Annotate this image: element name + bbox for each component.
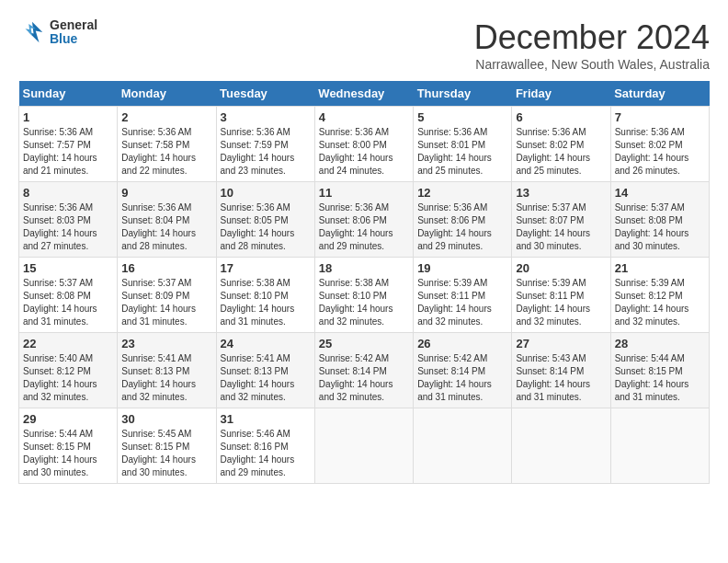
day-number: 30 (121, 412, 211, 426)
table-row: 27 Sunrise: 5:43 AM Sunset: 8:14 PM Dayl… (512, 333, 610, 408)
day-number: 1 (23, 110, 113, 124)
table-row: 16 Sunrise: 5:37 AM Sunset: 8:09 PM Dayl… (118, 258, 216, 333)
header-thursday: Thursday (414, 81, 512, 107)
day-info: Sunrise: 5:40 AM Sunset: 8:12 PM Dayligh… (23, 352, 113, 404)
day-info: Sunrise: 5:46 AM Sunset: 8:16 PM Dayligh… (221, 428, 311, 479)
day-number: 12 (417, 186, 507, 200)
day-info: Sunrise: 5:36 AM Sunset: 7:59 PM Dayligh… (221, 126, 311, 178)
calendar-week-row: 15 Sunrise: 5:37 AM Sunset: 8:08 PM Dayl… (19, 258, 710, 333)
day-number: 3 (221, 110, 311, 124)
calendar-week-row: 8 Sunrise: 5:36 AM Sunset: 8:03 PM Dayli… (19, 182, 710, 258)
day-info: Sunrise: 5:36 AM Sunset: 7:57 PM Dayligh… (23, 126, 113, 178)
day-number: 15 (23, 261, 113, 275)
day-info: Sunrise: 5:37 AM Sunset: 8:07 PM Dayligh… (516, 201, 606, 253)
day-number: 7 (615, 110, 705, 124)
table-row: 12 Sunrise: 5:36 AM Sunset: 8:06 PM Dayl… (414, 182, 512, 258)
day-info: Sunrise: 5:37 AM Sunset: 8:08 PM Dayligh… (615, 201, 705, 253)
table-row: 10 Sunrise: 5:36 AM Sunset: 8:05 PM Dayl… (216, 182, 314, 258)
day-info: Sunrise: 5:39 AM Sunset: 8:12 PM Dayligh… (615, 277, 705, 328)
table-row: 30 Sunrise: 5:45 AM Sunset: 8:15 PM Dayl… (118, 408, 216, 484)
day-number: 26 (417, 337, 507, 350)
day-info: Sunrise: 5:36 AM Sunset: 8:05 PM Dayligh… (221, 201, 311, 253)
title-section: December 2024 Narrawallee, New South Wal… (474, 18, 710, 72)
logo-text-line2: Blue (50, 32, 97, 46)
calendar-week-row: 29 Sunrise: 5:44 AM Sunset: 8:15 PM Dayl… (19, 408, 710, 484)
day-number: 6 (516, 110, 606, 124)
table-row: 19 Sunrise: 5:39 AM Sunset: 8:11 PM Dayl… (414, 258, 512, 333)
table-row: 23 Sunrise: 5:41 AM Sunset: 8:13 PM Dayl… (118, 333, 216, 408)
day-number: 25 (319, 337, 409, 350)
calendar: Sunday Monday Tuesday Wednesday Thursday… (18, 81, 710, 484)
logo-text-line1: General (50, 18, 97, 32)
day-number: 20 (516, 261, 606, 275)
day-info: Sunrise: 5:36 AM Sunset: 7:58 PM Dayligh… (121, 126, 211, 178)
day-number: 9 (121, 186, 211, 200)
day-info: Sunrise: 5:36 AM Sunset: 8:03 PM Dayligh… (23, 201, 113, 253)
header-tuesday: Tuesday (216, 81, 314, 107)
header-monday: Monday (118, 81, 216, 107)
day-info: Sunrise: 5:39 AM Sunset: 8:11 PM Dayligh… (516, 277, 606, 328)
day-info: Sunrise: 5:36 AM Sunset: 8:02 PM Dayligh… (516, 126, 606, 178)
day-info: Sunrise: 5:38 AM Sunset: 8:10 PM Dayligh… (221, 277, 311, 328)
day-number: 29 (23, 412, 113, 426)
day-number: 11 (319, 186, 409, 200)
day-number: 27 (516, 337, 606, 350)
calendar-week-row: 22 Sunrise: 5:40 AM Sunset: 8:12 PM Dayl… (19, 333, 710, 408)
logo: General Blue (18, 18, 97, 47)
day-info: Sunrise: 5:37 AM Sunset: 8:09 PM Dayligh… (121, 277, 211, 328)
day-info: Sunrise: 5:42 AM Sunset: 8:14 PM Dayligh… (319, 352, 409, 404)
calendar-week-row: 1 Sunrise: 5:36 AM Sunset: 7:57 PM Dayli… (19, 107, 710, 182)
table-row (314, 408, 413, 484)
table-row: 29 Sunrise: 5:44 AM Sunset: 8:15 PM Dayl… (19, 408, 118, 484)
day-info: Sunrise: 5:41 AM Sunset: 8:13 PM Dayligh… (221, 352, 311, 404)
day-info: Sunrise: 5:36 AM Sunset: 8:06 PM Dayligh… (417, 201, 507, 253)
table-row: 25 Sunrise: 5:42 AM Sunset: 8:14 PM Dayl… (314, 333, 413, 408)
table-row: 17 Sunrise: 5:38 AM Sunset: 8:10 PM Dayl… (216, 258, 314, 333)
day-number: 10 (221, 186, 311, 200)
header-sunday: Sunday (19, 81, 118, 107)
day-number: 28 (615, 337, 705, 350)
table-row: 2 Sunrise: 5:36 AM Sunset: 7:58 PM Dayli… (118, 107, 216, 182)
day-number: 16 (121, 261, 211, 275)
day-number: 5 (417, 110, 507, 124)
day-number: 8 (23, 186, 113, 200)
day-number: 13 (516, 186, 606, 200)
header-saturday: Saturday (610, 81, 709, 107)
day-info: Sunrise: 5:44 AM Sunset: 8:15 PM Dayligh… (23, 428, 113, 479)
day-info: Sunrise: 5:43 AM Sunset: 8:14 PM Dayligh… (516, 352, 606, 404)
table-row: 14 Sunrise: 5:37 AM Sunset: 8:08 PM Dayl… (610, 182, 709, 258)
header-friday: Friday (512, 81, 610, 107)
table-row (414, 408, 512, 484)
table-row: 4 Sunrise: 5:36 AM Sunset: 8:00 PM Dayli… (314, 107, 413, 182)
day-info: Sunrise: 5:45 AM Sunset: 8:15 PM Dayligh… (121, 428, 211, 479)
table-row (512, 408, 610, 484)
table-row: 18 Sunrise: 5:38 AM Sunset: 8:10 PM Dayl… (314, 258, 413, 333)
table-row (610, 408, 709, 484)
day-number: 2 (121, 110, 211, 124)
table-row: 7 Sunrise: 5:36 AM Sunset: 8:02 PM Dayli… (610, 107, 709, 182)
table-row: 11 Sunrise: 5:36 AM Sunset: 8:06 PM Dayl… (314, 182, 413, 258)
day-number: 21 (615, 261, 705, 275)
day-number: 4 (319, 110, 409, 124)
table-row: 1 Sunrise: 5:36 AM Sunset: 7:57 PM Dayli… (19, 107, 118, 182)
day-info: Sunrise: 5:44 AM Sunset: 8:15 PM Dayligh… (615, 352, 705, 404)
table-row: 8 Sunrise: 5:36 AM Sunset: 8:03 PM Dayli… (19, 182, 118, 258)
table-row: 6 Sunrise: 5:36 AM Sunset: 8:02 PM Dayli… (512, 107, 610, 182)
table-row: 24 Sunrise: 5:41 AM Sunset: 8:13 PM Dayl… (216, 333, 314, 408)
day-info: Sunrise: 5:42 AM Sunset: 8:14 PM Dayligh… (417, 352, 507, 404)
day-number: 24 (221, 337, 311, 350)
header-wednesday: Wednesday (314, 81, 413, 107)
day-info: Sunrise: 5:38 AM Sunset: 8:10 PM Dayligh… (319, 277, 409, 328)
table-row: 26 Sunrise: 5:42 AM Sunset: 8:14 PM Dayl… (414, 333, 512, 408)
logo-icon (18, 18, 46, 46)
day-number: 18 (319, 261, 409, 275)
table-row: 13 Sunrise: 5:37 AM Sunset: 8:07 PM Dayl… (512, 182, 610, 258)
table-row: 22 Sunrise: 5:40 AM Sunset: 8:12 PM Dayl… (19, 333, 118, 408)
day-info: Sunrise: 5:36 AM Sunset: 8:04 PM Dayligh… (121, 201, 211, 253)
day-number: 23 (121, 337, 211, 350)
table-row: 20 Sunrise: 5:39 AM Sunset: 8:11 PM Dayl… (512, 258, 610, 333)
day-number: 31 (221, 412, 311, 426)
header: General Blue December 2024 Narrawallee, … (18, 18, 710, 72)
calendar-header-row: Sunday Monday Tuesday Wednesday Thursday… (19, 81, 710, 107)
table-row: 5 Sunrise: 5:36 AM Sunset: 8:01 PM Dayli… (414, 107, 512, 182)
